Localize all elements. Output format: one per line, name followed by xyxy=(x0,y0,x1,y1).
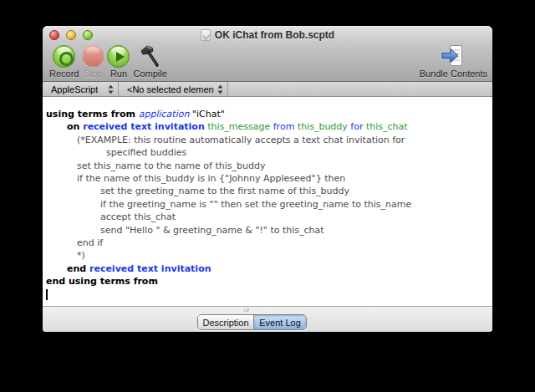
window-controls xyxy=(49,30,93,40)
stop-label: Stop xyxy=(84,69,103,79)
code-line: (*EXAMPLE: this routine automatically ac… xyxy=(43,134,492,146)
toolbar: Record Stop Run Compile xyxy=(43,43,492,82)
compile-button[interactable]: Compile xyxy=(133,45,166,79)
code-line: accept this_chat xyxy=(43,211,492,223)
language-popup-label: AppleScript xyxy=(51,84,98,94)
zoom-button[interactable] xyxy=(83,30,93,40)
accessory-bar: AppleScript <No selected element> xyxy=(43,82,492,97)
element-popup-label: <No selected element> xyxy=(127,84,214,94)
stop-button[interactable]: Stop xyxy=(82,45,104,79)
app-window: OK iChat from Bob.scptd Record Stop Run … xyxy=(43,26,492,332)
compile-label: Compile xyxy=(133,69,166,79)
code-line: end if xyxy=(43,237,492,249)
element-popup[interactable]: <No selected element> xyxy=(119,82,228,96)
title-bar[interactable]: OK iChat from Bob.scptd xyxy=(43,26,492,43)
language-popup[interactable]: AppleScript xyxy=(43,82,119,96)
code-line: end received text invitation xyxy=(43,262,492,275)
window-title: OK iChat from Bob.scptd xyxy=(215,29,334,41)
text-caret xyxy=(46,289,48,300)
bundle-contents-button[interactable]: Bundle Contents xyxy=(420,44,487,79)
code-line: if the greeting_name is "" then set the … xyxy=(43,198,492,211)
code-line: set this_name to the name of this_buddy xyxy=(43,160,492,172)
record-circle-icon xyxy=(53,45,75,68)
run-button[interactable]: Run xyxy=(107,45,130,79)
view-segmented-control: Description Event Log xyxy=(197,314,307,330)
tab-description[interactable]: Description xyxy=(198,315,253,329)
code-line: send "Hello " & greeting_name & "!" to t… xyxy=(43,224,492,237)
record-label: Record xyxy=(49,69,79,79)
code-line: end using terms from xyxy=(43,275,492,288)
stop-octagon-icon xyxy=(82,45,104,67)
minimize-button[interactable] xyxy=(66,30,76,40)
play-circle-icon xyxy=(107,45,130,68)
script-document-icon[interactable] xyxy=(201,29,211,41)
code-line: set the greeting_name to the first name … xyxy=(43,185,492,197)
screenshot-background: { "window": { "title": "OK iChat from Bo… xyxy=(0,0,535,392)
code-line: on received text invitation this_message… xyxy=(43,120,492,133)
code-line: *) xyxy=(43,249,492,262)
bundle-contents-label: Bundle Contents xyxy=(420,69,487,79)
code-line: specified buddies xyxy=(43,146,492,159)
close-button[interactable] xyxy=(49,30,59,40)
up-down-stepper-icon xyxy=(108,84,114,94)
code-line: if the name of this_buddy is in {"Johnny… xyxy=(43,172,492,185)
hammer-icon xyxy=(139,45,162,68)
document-arrow-icon xyxy=(441,44,466,68)
bottom-bar: Description Event Log xyxy=(43,306,492,332)
run-label: Run xyxy=(110,69,127,79)
splitter-handle[interactable] xyxy=(243,308,249,312)
record-button[interactable]: Record xyxy=(49,45,79,79)
tab-event-log-label: Event Log xyxy=(259,318,301,328)
tab-event-log[interactable]: Event Log xyxy=(253,315,306,329)
title-group: OK iChat from Bob.scptd xyxy=(201,29,334,41)
code-line: using terms from application "iChat" xyxy=(43,108,492,120)
tab-description-label: Description xyxy=(202,318,248,328)
code-editor[interactable]: using terms from application "iChat"on r… xyxy=(43,97,492,306)
up-down-stepper-icon xyxy=(217,84,223,94)
